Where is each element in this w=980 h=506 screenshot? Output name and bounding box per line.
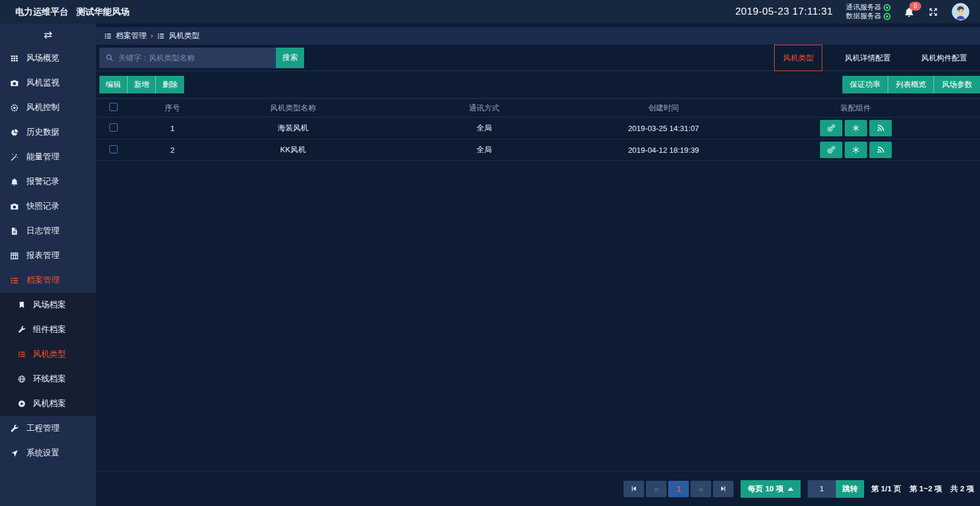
list-overview-button[interactable]: 列表概览 — [888, 76, 934, 93]
submenu-item-component-archive[interactable]: 组件档案 — [0, 317, 96, 342]
sidebar-item-farm-overview[interactable]: 风场概览 — [0, 46, 96, 71]
submenu-item-turbine-type[interactable]: 风机类型 — [0, 342, 96, 367]
user-avatar[interactable] — [952, 3, 969, 21]
top-header: 电力运维平台 测试华能风场 2019-05-23 17:11:31 通讯服务器 … — [0, 0, 980, 24]
app-title: 电力运维平台 — [15, 6, 68, 18]
rss-icon — [876, 146, 885, 154]
current-page-button[interactable]: 1 — [668, 481, 689, 497]
submenu-item-label: 风场档案 — [33, 300, 66, 310]
tab-turbine-type[interactable]: 风机类型 — [774, 45, 822, 71]
data-server-status-dot — [884, 13, 891, 20]
assemble-components-button[interactable] — [820, 120, 842, 136]
submenu-item-label: 风机类型 — [33, 349, 66, 360]
sidebar-item-log-mgmt[interactable]: 日志管理 — [0, 219, 96, 243]
sidebar-item-turbine-monitor[interactable]: 风机监视 — [0, 71, 96, 95]
page-size-select[interactable]: 每页 10 项 — [741, 480, 801, 498]
tab-turbine-part-config[interactable]: 风机构件配置 — [913, 45, 975, 71]
cogs-icon — [826, 123, 836, 133]
search-box — [99, 48, 276, 68]
column-header-name: 风机类型名称 — [214, 99, 372, 118]
asterisk-action-button[interactable] — [845, 120, 867, 136]
server-status: 通讯服务器 数据服务器 — [846, 4, 891, 20]
filter-row: 搜索 风机类型 风机详情配置 风机构件配置 — [96, 45, 980, 71]
prev-page-button[interactable]: « — [646, 481, 666, 497]
submenu-item-turbine-archive[interactable]: 风机档案 — [0, 391, 96, 416]
sidebar-item-label: 报表管理 — [26, 250, 59, 261]
submenu-item-label: 环线档案 — [33, 374, 66, 384]
asterisk-icon — [852, 124, 860, 132]
asterisk-action-button[interactable] — [845, 142, 867, 158]
add-button[interactable]: 新增 — [128, 76, 156, 93]
page-info-page: 第 1/1 页 — [871, 484, 901, 494]
row-checkbox[interactable] — [109, 123, 118, 132]
breadcrumb-separator: › — [151, 32, 153, 40]
column-header-comm: 通讯方式 — [372, 99, 596, 118]
sidebar-item-project-mgmt[interactable]: 工程管理 — [0, 416, 96, 441]
table-row: 2 KK风机 全局 2019-04-12 18:19:39 — [96, 139, 980, 161]
sidebar-item-label: 风机监视 — [26, 78, 59, 88]
sidebar-item-archive-mgmt[interactable]: 档案管理 — [0, 268, 96, 293]
breadcrumb-item[interactable]: 档案管理 — [116, 31, 146, 41]
jump-page-input[interactable] — [808, 480, 836, 498]
submenu-item-label: 风机档案 — [33, 398, 66, 409]
tab-turbine-detail-config[interactable]: 风机详情配置 — [836, 45, 899, 71]
list-icon — [157, 32, 165, 40]
sidebar-item-report-mgmt[interactable]: 报表管理 — [0, 243, 96, 268]
tab-bar: 风机类型 风机详情配置 风机构件配置 — [774, 45, 975, 71]
sidebar-item-label: 系统设置 — [26, 448, 59, 458]
grid-icon — [10, 54, 19, 63]
sidebar-item-label: 报警记录 — [26, 176, 59, 187]
assemble-components-button[interactable] — [820, 142, 842, 158]
guaranteed-power-button[interactable]: 保证功率 — [842, 76, 888, 93]
list-icon — [10, 276, 19, 285]
breadcrumb-item-current: 风机类型 — [169, 31, 199, 41]
cell-created: 2019-03-25 14:31:07 — [596, 118, 731, 139]
main-content: 档案管理 › 风机类型 搜索 风机类型 风机详情配置 风机构件配置 编辑 新增 … — [96, 24, 980, 506]
rss-action-button[interactable] — [869, 142, 892, 158]
cell-comm: 全局 — [372, 139, 596, 161]
last-page-button[interactable] — [713, 481, 734, 497]
sidebar-item-turbine-control[interactable]: 风机控制 — [0, 95, 96, 120]
comm-server-label: 通讯服务器 — [846, 4, 881, 11]
submenu-item-ring-archive[interactable]: 环线档案 — [0, 367, 96, 391]
send-icon — [10, 449, 19, 458]
sidebar-item-alarm-records[interactable]: 报警记录 — [0, 169, 96, 194]
row-checkbox[interactable] — [109, 145, 118, 153]
rss-action-button[interactable] — [869, 120, 892, 136]
sidebar-item-snapshot-records[interactable]: 快照记录 — [0, 194, 96, 219]
table-header-row: 序号 风机类型名称 通讯方式 创建时间 装配组件 — [96, 99, 980, 118]
toolbar: 编辑 新增 删除 保证功率 列表概览 风场参数 — [96, 71, 980, 98]
archive-submenu: 风场档案 组件档案 风机类型 环线档案 风机档案 — [0, 293, 96, 416]
first-page-button[interactable] — [624, 481, 644, 497]
list-icon — [104, 32, 112, 40]
fullscreen-icon[interactable] — [928, 6, 939, 18]
next-page-button[interactable]: » — [691, 481, 711, 497]
page-info: 第 1/1 页 第 1~2 项 共 2 项 — [871, 484, 974, 494]
farm-params-button[interactable]: 风场参数 — [934, 76, 980, 93]
sidebar-item-energy-mgmt[interactable]: 能量管理 — [0, 145, 96, 169]
select-all-checkbox[interactable] — [109, 103, 118, 111]
datetime: 2019-05-23 17:11:31 — [735, 6, 833, 18]
sidebar-item-label: 日志管理 — [26, 226, 59, 236]
edit-button[interactable]: 编辑 — [99, 76, 128, 93]
search-icon — [105, 53, 114, 62]
search-button[interactable]: 搜索 — [276, 48, 304, 68]
turbine-type-table: 序号 风机类型名称 通讯方式 创建时间 装配组件 1 海装风机 全局 2019-… — [96, 98, 980, 161]
search-input[interactable] — [118, 53, 276, 62]
sidebar-item-system-settings[interactable]: 系统设置 — [0, 441, 96, 465]
jump-group: 跳转 — [808, 480, 864, 498]
page-size-label: 每页 10 项 — [748, 484, 784, 494]
wrench-icon — [10, 424, 19, 433]
cell-seq: 1 — [131, 118, 214, 139]
jump-button[interactable]: 跳转 — [836, 480, 864, 498]
farm-name: 测试华能风场 — [76, 6, 129, 18]
notifications-button[interactable]: 0 — [904, 6, 915, 18]
delete-button[interactable]: 删除 — [156, 76, 184, 93]
camera-icon — [10, 202, 19, 211]
table-row: 1 海装风机 全局 2019-03-25 14:31:07 — [96, 118, 980, 139]
sidebar-item-history-data[interactable]: 历史数据 — [0, 120, 96, 145]
submenu-item-farm-archive[interactable]: 风场档案 — [0, 293, 96, 317]
sidebar-collapse-button[interactable]: ⇄ — [0, 24, 96, 46]
pager: « 1 » — [624, 481, 734, 497]
rss-icon — [876, 124, 885, 132]
